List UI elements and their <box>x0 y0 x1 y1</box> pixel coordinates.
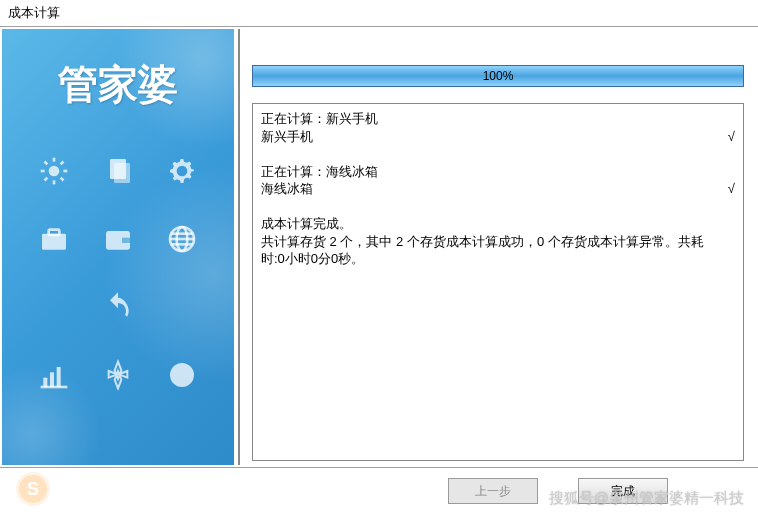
icon-grid <box>2 149 234 397</box>
log-line: 正在计算：海线冰箱 <box>261 163 735 181</box>
svg-line-8 <box>61 162 64 165</box>
briefcase-icon <box>26 217 82 261</box>
sun-icon <box>26 149 82 193</box>
log-line: 正在计算：新兴手机 <box>261 110 735 128</box>
star-icon <box>90 353 146 397</box>
window-title: 成本计算 <box>0 0 758 26</box>
svg-rect-14 <box>122 238 130 243</box>
progress-bar: 100% <box>252 65 744 87</box>
wallet-icon <box>90 217 146 261</box>
documents-icon <box>90 149 146 193</box>
log-line: 新兴手机√ <box>261 128 735 146</box>
main-area: 管家婆 100% 正在计算：新兴手机新兴手机√ 正在计算：海线冰箱海线冰箱√ 成… <box>0 27 758 467</box>
log-line <box>261 145 735 163</box>
content-area: 100% 正在计算：新兴手机新兴手机√ 正在计算：海线冰箱海线冰箱√ 成本计算完… <box>238 29 756 465</box>
brand-title: 管家婆 <box>2 29 234 132</box>
globe-icon <box>154 217 210 261</box>
done-button[interactable]: 完成 <box>578 478 668 504</box>
svg-line-6 <box>61 178 64 181</box>
sidebar: 管家婆 <box>2 29 234 465</box>
undo-icon <box>90 285 146 329</box>
log-line: 海线冰箱√ <box>261 180 735 198</box>
svg-line-5 <box>45 162 48 165</box>
svg-point-0 <box>49 166 60 177</box>
progress-text: 100% <box>253 66 743 86</box>
gear-icon <box>154 149 210 193</box>
button-row: 上一步 完成 <box>0 467 758 512</box>
log-line <box>261 198 735 216</box>
watermark-logo-icon: S <box>16 472 50 506</box>
svg-line-7 <box>45 178 48 181</box>
svg-rect-10 <box>114 163 130 183</box>
progress-wrap: 100% <box>252 65 744 87</box>
log-line: 成本计算完成。 <box>261 215 735 233</box>
svg-rect-22 <box>57 367 61 387</box>
bar-chart-icon <box>26 353 82 397</box>
spacer <box>154 285 210 329</box>
log-line: 共计算存货 2 个，其中 2 个存货成本计算成功，0 个存货成本计算异常。共耗时… <box>261 233 735 268</box>
pie-chart-icon <box>154 353 210 397</box>
svg-rect-12 <box>49 230 60 235</box>
prev-button: 上一步 <box>448 478 538 504</box>
spacer <box>26 285 82 329</box>
svg-rect-21 <box>50 372 54 387</box>
svg-rect-20 <box>43 378 47 387</box>
log-output[interactable]: 正在计算：新兴手机新兴手机√ 正在计算：海线冰箱海线冰箱√ 成本计算完成。共计算… <box>252 103 744 461</box>
